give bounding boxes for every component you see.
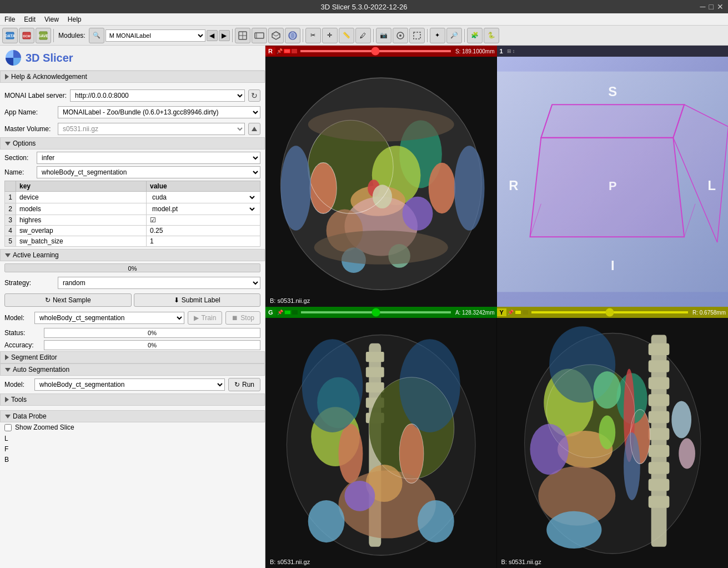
menu-file[interactable]: File <box>4 16 15 23</box>
coronal-icons: 📌 <box>276 310 299 315</box>
axial-slider[interactable] <box>300 50 451 52</box>
menu-view[interactable]: View <box>44 16 59 23</box>
table-row: 1 device cuda <box>5 192 260 203</box>
show-zoomed-checkbox[interactable] <box>4 424 12 431</box>
status-bar: 0% <box>44 328 260 338</box>
auto-model-label: Model: <box>4 381 31 388</box>
maximize-btn[interactable]: □ <box>709 2 714 11</box>
options-section-header[interactable]: Options <box>0 137 265 150</box>
auto-seg-header[interactable]: Auto Segmentation <box>0 363 265 376</box>
ext-btn[interactable]: 🧩 <box>467 28 483 43</box>
svg-text:DATA: DATA <box>5 34 15 38</box>
ruler-btn[interactable]: 📏 <box>339 28 354 43</box>
probe-values: L F B <box>0 432 265 467</box>
screenshot-btn[interactable]: 📷 <box>376 28 391 43</box>
segment-editor-header[interactable]: Segment Editor <box>0 351 265 363</box>
3d-icon1[interactable]: ⊞ <box>507 48 511 54</box>
python-btn[interactable]: 🐍 <box>484 28 499 43</box>
name-combo[interactable]: wholeBody_ct_segmentation <box>37 166 260 178</box>
volume-btn[interactable] <box>285 28 300 43</box>
server-refresh-btn[interactable]: ↻ <box>248 89 260 102</box>
3d-btn[interactable] <box>268 28 284 43</box>
help-arrow <box>5 74 9 79</box>
options-content: Section: infer Name: wholeBody_ct_segmen… <box>0 150 265 249</box>
row-value[interactable]: model.pt <box>147 203 260 215</box>
toolbar-sep-4 <box>373 29 374 42</box>
coronal-measure: A: 128.3242mm <box>453 310 497 316</box>
dcm-btn[interactable]: DCM <box>19 28 34 43</box>
module-dropdown[interactable]: M MONAILabel <box>106 29 205 42</box>
modules-search-btn[interactable]: 🔍 <box>89 28 104 43</box>
menu-edit[interactable]: Edit <box>24 16 36 23</box>
auto-model-combo[interactable]: wholeBody_ct_segmentation <box>34 378 225 391</box>
probe-F: F <box>4 444 260 455</box>
roi-btn[interactable] <box>409 28 425 43</box>
svg-marker-42 <box>541 104 684 138</box>
crosshair-btn[interactable]: ✛ <box>322 28 338 43</box>
row-key: device <box>16 192 147 203</box>
menu-help[interactable]: Help <box>68 16 82 23</box>
master-volume-label: Master Volume: <box>4 125 54 133</box>
coronal-slider[interactable] <box>301 311 451 313</box>
master-volume-up-btn[interactable] <box>248 123 260 135</box>
fiducial-btn[interactable] <box>393 28 408 43</box>
zoom-btn[interactable]: 🔎 <box>446 28 462 43</box>
train-btn[interactable]: ▶ Train <box>188 311 222 325</box>
spacer-2 <box>0 406 265 410</box>
module-back-btn[interactable]: ◀ <box>207 30 218 41</box>
sagittal-viewport[interactable]: Y 📌 R: 0.6758mm <box>497 307 729 568</box>
module-forward-btn[interactable]: ▶ <box>219 30 230 41</box>
accuracy-row: Accuracy: 0% <box>0 339 265 351</box>
3d-icon2[interactable]: ↕ <box>513 48 515 54</box>
row-value[interactable]: ☑ <box>147 215 260 226</box>
coronal-header: G 📌 A: 128.3242mm <box>265 307 497 318</box>
row-value[interactable]: 0.25 <box>147 226 260 236</box>
axial-pin-icon[interactable]: 📌 <box>277 48 283 54</box>
stop-btn[interactable]: ⏹ Stop <box>225 311 260 325</box>
next-sample-btn[interactable]: ↻ Next Sample <box>4 293 132 307</box>
row-value[interactable]: cuda <box>147 192 260 203</box>
model-combo[interactable]: wholeBody_ct_segmentation <box>34 312 184 324</box>
crosshair2-btn[interactable]: ✦ <box>430 28 445 43</box>
section-combo[interactable]: infer <box>37 152 260 164</box>
help-section-header[interactable]: Help & Acknowledgement <box>0 71 265 83</box>
minimize-btn[interactable]: ─ <box>700 2 706 11</box>
sagittal-slider[interactable] <box>531 311 688 313</box>
app-name-combo[interactable]: MONAILabel - Zoo/Bundle (0.6.0+13.gcc899… <box>58 106 260 118</box>
data-btn[interactable]: DATA <box>2 28 18 43</box>
tools-header[interactable]: Tools <box>0 393 265 406</box>
svg-marker-41 <box>530 138 684 237</box>
axial-viewport[interactable]: R 📌 S: 189.1000mm <box>265 46 497 307</box>
svg-point-98 <box>530 424 568 475</box>
svg-point-102 <box>679 439 695 469</box>
strategy-combo[interactable]: random <box>58 277 260 289</box>
slice-btn[interactable] <box>252 28 267 43</box>
run-btn[interactable]: ↻ Run <box>228 378 260 391</box>
scissors-btn[interactable]: ✂ <box>305 28 321 43</box>
data-probe-header[interactable]: Data Probe <box>0 410 265 422</box>
active-learning-label: Active Learning <box>13 251 59 259</box>
svg-rect-9 <box>255 33 264 38</box>
row-value-combo[interactable]: cuda <box>150 193 257 202</box>
save-btn[interactable]: SAVE <box>36 28 51 43</box>
svg-rect-86 <box>648 479 669 491</box>
window-controls[interactable]: ─ □ ✕ <box>700 2 724 11</box>
row-value[interactable]: 1 <box>147 236 260 247</box>
row-num: 4 <box>5 226 16 236</box>
svg-rect-85 <box>648 462 669 474</box>
row-value-combo[interactable]: model.pt <box>150 205 257 213</box>
active-learning-header[interactable]: Active Learning <box>0 249 265 261</box>
paint-btn[interactable]: 🖊 <box>355 28 371 43</box>
coronal-viewport[interactable]: G 📌 A: 128.3242mm <box>265 307 497 568</box>
axial-canvas: B: s0531.nii.gz <box>265 57 497 307</box>
submit-label-btn[interactable]: ⬇ Submit Label <box>134 293 261 307</box>
3d-viewport[interactable]: 1 ⊞ ↕ <box>497 46 729 307</box>
al-progress-text: 0% <box>5 264 260 273</box>
svg-text:SAVE: SAVE <box>38 34 48 38</box>
close-btn[interactable]: ✕ <box>717 2 724 11</box>
master-volume-row: Master Volume: s0531.nii.gz <box>0 121 265 137</box>
name-row: Name: wholeBody_ct_segmentation <box>4 166 260 178</box>
layout-btn[interactable] <box>235 28 250 43</box>
server-input[interactable]: http://0.0.0.0:8000 <box>70 89 245 102</box>
master-volume-combo[interactable]: s0531.nii.gz <box>58 123 245 135</box>
